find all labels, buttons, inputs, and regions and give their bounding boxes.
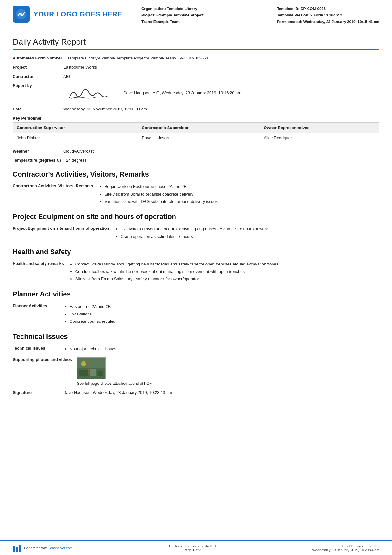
contractors-activities-label: Contractor's Activities, Visitors, Remar… — [13, 183, 98, 205]
project-value: Eastbourne Works — [63, 65, 379, 70]
svg-point-7 — [81, 361, 86, 366]
date-value: Wednesday, 13 November 2019, 12:00:00 am — [63, 107, 379, 111]
project-equipment-list: Excavators arrived and begun excavating … — [114, 225, 379, 240]
list-item: Site visit from Emma Sainsbury - safety … — [75, 275, 379, 283]
col3-header: Owner Representatives — [260, 123, 379, 133]
project-equipment-heading: Project Equipment on site and hours of o… — [13, 213, 379, 221]
technical-issues-row: Technical Issues No major technical issu… — [13, 345, 379, 352]
signature-image — [63, 83, 114, 102]
list-item: Conduct toolbox talk within the next wee… — [75, 268, 379, 275]
technical-issues-label: Technical Issues — [13, 345, 63, 352]
form-number-row: Automated Form Number Template Library-E… — [13, 56, 379, 60]
health-safety-heading: Health and Safety — [13, 248, 379, 256]
header-meta: Organisation: Template Library Project: … — [122, 6, 277, 25]
page-footer: Generated with dashpivot.com Printed ver… — [0, 540, 392, 555]
planner-row: Planner Activities Eastbourne 2A and 2B … — [13, 303, 379, 325]
template-version-label: Template Version: — [277, 13, 309, 17]
logo-text: YOUR LOGO GOES HERE — [34, 10, 122, 18]
photos-caption: See full page photos attached at end of … — [77, 381, 379, 386]
report-by-row: Report by Dave Hodgson, AIG, Wednesday, … — [13, 83, 379, 102]
date-row: Date Wednesday, 13 November 2019, 12:00:… — [13, 107, 379, 111]
footer-center: Printed version is uncontrolled Page 1 o… — [169, 544, 216, 552]
technical-issues-heading: Technical Issues — [13, 333, 379, 341]
svg-rect-12 — [19, 545, 21, 552]
list-item: Began work on Eastbourne phase 2A and 2B — [105, 183, 379, 190]
svg-rect-8 — [88, 365, 89, 374]
project-value: Example Template Project — [156, 13, 204, 17]
org-value: Template Library — [167, 7, 197, 11]
page-header: YOUR LOGO GOES HERE Organisation: Templa… — [0, 0, 392, 29]
header-right: Template ID: DP-COM-0026 Template Versio… — [277, 6, 379, 25]
template-id-label: Template ID: — [277, 7, 299, 11]
temperature-value: 24 degrees — [66, 158, 379, 163]
list-item: Excavations — [70, 310, 379, 318]
contractors-activities-row: Contractor's Activities, Visitors, Remar… — [13, 183, 379, 205]
contractor-label: Contractor — [13, 74, 63, 79]
project-label: Project: — [141, 13, 156, 17]
list-item: Site visit from Boral to organise concre… — [105, 190, 379, 198]
key-personnel-label: Key Personnel — [13, 116, 379, 121]
svg-point-1 — [20, 13, 22, 16]
planner-heading: Planner Activities — [13, 290, 379, 298]
logo-icon — [13, 6, 30, 23]
report-title: Daily Activity Report — [13, 37, 379, 50]
col2-header: Contractor's Supervisor — [138, 123, 260, 133]
health-safety-label: Health and safety remarks — [13, 260, 69, 283]
list-item: Eastbourne 2A and 2B — [70, 303, 379, 310]
org-label: Organisation: — [141, 7, 166, 11]
svg-rect-11 — [16, 547, 18, 552]
personnel-cell-3: Alice Rodriguez — [260, 133, 379, 143]
list-item: No major technical issues — [70, 345, 379, 352]
project-row: Project Eastbourne Works — [13, 65, 379, 70]
form-number-value: Template Library-Example Template Projec… — [67, 56, 379, 60]
temperature-row: Temperature (degrees C) 24 degrees — [13, 158, 379, 163]
footer-link[interactable]: dashpivot.com — [50, 546, 73, 550]
team-label: Team: — [141, 20, 152, 24]
weather-row: Weather Cloudy/Overcast — [13, 149, 379, 153]
weather-value: Cloudy/Overcast — [63, 149, 379, 153]
template-version-value: 2 Form Version: 2 — [310, 13, 342, 17]
planner-list: Eastbourne 2A and 2B Excavations Concret… — [63, 303, 379, 325]
project-label: Project — [13, 65, 63, 70]
footer-page: Page 1 of 3 — [169, 548, 216, 552]
contractor-value: AIG — [63, 74, 379, 79]
logo-area: YOUR LOGO GOES HERE — [13, 6, 122, 23]
form-created-value: Wednesday, 23 January 2019, 10:15:41 am — [303, 20, 379, 24]
health-safety-row: Health and safety remarks Contact Steve … — [13, 260, 379, 283]
form-created-label: Form created: — [277, 20, 302, 24]
technical-issues-list: No major technical issues — [63, 345, 379, 352]
signature-value: Dave Hodgson, Wednesday, 23 January 2019… — [63, 390, 379, 395]
weather-label: Weather — [13, 149, 63, 153]
svg-rect-10 — [13, 546, 15, 552]
team-value: Example Team — [153, 20, 180, 24]
footer-left: Generated with dashpivot.com — [13, 545, 73, 552]
photo-box — [77, 357, 106, 379]
list-item: Crane operation as scheduled - 6 hours — [121, 233, 379, 240]
svg-rect-9 — [85, 362, 91, 363]
photos-row: Supporting photos and videos See full pa… — [13, 357, 379, 386]
signature-label: Signature — [13, 390, 63, 395]
personnel-cell-1: John Dinkum — [13, 133, 138, 143]
report-by-name: Dave Hodgson, AIG, Wednesday, 23 January… — [123, 90, 241, 95]
list-item: Contact Steve Daintry about getting new … — [75, 260, 379, 268]
contractors-activities-list: Began work on Eastbourne phase 2A and 2B… — [98, 183, 379, 205]
contractor-row: Contractor AIG — [13, 74, 379, 79]
report-by-value: Dave Hodgson, AIG, Wednesday, 23 January… — [63, 83, 379, 102]
form-number-label: Automated Form Number — [13, 56, 67, 60]
table-row: John Dinkum Dave Hodgson Alice Rodriguez — [13, 133, 379, 143]
personnel-cell-2: Dave Hodgson — [138, 133, 260, 143]
date-label: Date — [13, 107, 63, 111]
list-item: Excavators arrived and begun excavating … — [121, 225, 379, 233]
footer-right: This PDF was created at Wednesday, 23 Ja… — [312, 544, 379, 552]
list-item: Concrete pour scheduled — [70, 318, 379, 325]
project-equipment-row: Project Equipment on site and hours of o… — [13, 225, 379, 240]
photos-label: Supporting photos and videos — [13, 357, 77, 386]
list-item: Variation issue with DBG subcontractor a… — [105, 198, 379, 205]
template-id-value: DP-COM-0026 — [301, 7, 326, 11]
footer-uncontrolled: Printed version is uncontrolled — [169, 544, 216, 548]
signature-row: Signature Dave Hodgson, Wednesday, 23 Ja… — [13, 390, 379, 395]
health-safety-list: Contact Steve Daintry about getting new … — [69, 260, 379, 283]
svg-rect-5 — [90, 369, 96, 376]
signature-area: Dave Hodgson, AIG, Wednesday, 23 January… — [63, 83, 379, 102]
svg-rect-4 — [79, 370, 88, 376]
